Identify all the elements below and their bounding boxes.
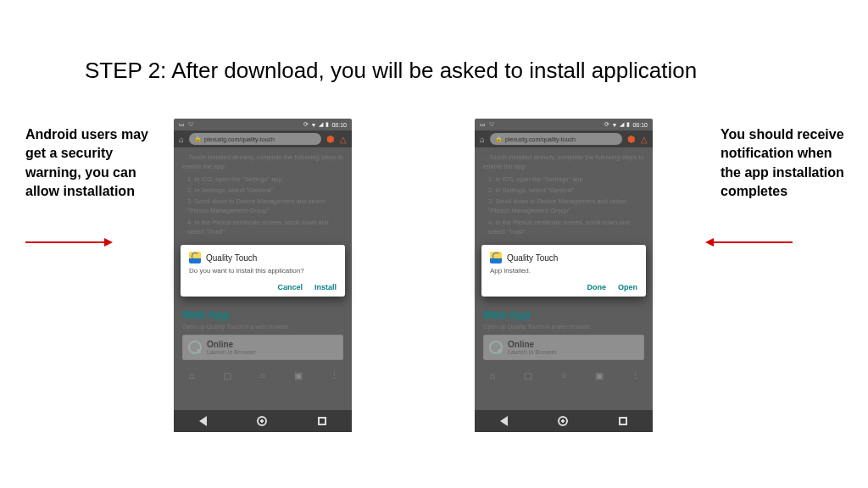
launch-label: Launch in Browser	[508, 349, 557, 355]
launch-label: Launch in Browser	[207, 349, 256, 355]
dialog-message: App installed.	[490, 267, 637, 274]
home-nav-icon[interactable]	[558, 416, 568, 426]
bottom-icon-row: ⌂ ▢ ○ ▣ ⋮	[174, 365, 352, 385]
wifi-icon: ▼	[311, 122, 317, 128]
web-app-section: Web App Open up Quality Touch in a web b…	[475, 308, 653, 360]
online-label: Online	[508, 340, 557, 349]
notification-icon: ▭	[480, 121, 486, 128]
heart-icon: ♡	[489, 121, 494, 128]
dialog-title: Quality Touch	[507, 253, 558, 263]
screenshot-install-complete: ▭ ♡ ⟳ ▼ ◢ ▮ 08:10 ⌂ 🔒 plexustg.com/quali…	[475, 119, 653, 432]
menu-icon[interactable]: ⋮	[328, 370, 340, 381]
home-outline-icon[interactable]: ⌂	[186, 370, 198, 380]
battery-icon: ▮	[326, 121, 329, 128]
app-icon	[490, 252, 502, 263]
signal-icon: ◢	[620, 121, 624, 128]
arrow-right-icon	[25, 241, 106, 243]
bottom-icon-row: ⌂ ▢ ○ ▣ ⋮	[475, 365, 653, 385]
lock-icon: 🔒	[495, 136, 503, 142]
shield-icon[interactable]: ⬢	[627, 134, 636, 145]
sync-icon: ⟳	[604, 121, 609, 128]
caption-right: You should receive notification when the…	[721, 125, 848, 202]
browser-toolbar: ⌂ 🔒 plexustg.com/quality-touch ⬢ △	[174, 130, 352, 147]
warning-icon[interactable]: △	[340, 135, 347, 144]
launch-browser-button[interactable]: Online Launch in Browser	[182, 335, 343, 360]
back-icon[interactable]	[500, 416, 508, 426]
launch-browser-button[interactable]: Online Launch in Browser	[483, 335, 644, 360]
tabs-icon[interactable]: ▣	[292, 370, 304, 381]
url-bar[interactable]: 🔒 plexustg.com/quality-touch	[189, 133, 321, 145]
shield-icon[interactable]: ⬢	[326, 134, 335, 145]
webapp-subtext: Open up Quality Touch in a web browser.	[483, 324, 644, 330]
warning-icon[interactable]: △	[641, 135, 648, 144]
webapp-heading: Web App	[483, 308, 644, 321]
background-lead-text: …Touch installed already, complete the f…	[182, 152, 343, 172]
done-button[interactable]: Done	[587, 283, 606, 291]
bookmark-icon[interactable]: ▢	[221, 370, 233, 381]
sync-icon: ⟳	[303, 121, 309, 128]
home-nav-icon[interactable]	[257, 416, 267, 426]
step-item: Scroll down to Device Management and sel…	[488, 197, 644, 216]
install-dialog: Quality Touch Do you want to install thi…	[181, 245, 345, 297]
step-item: In iOS, open the "Settings" app	[187, 175, 343, 184]
step-item: In Settings, select "General"	[488, 186, 644, 195]
search-icon[interactable]: ○	[257, 370, 269, 380]
webapp-heading: Web App	[182, 308, 343, 321]
url-text: plexustg.com/quality-touch	[505, 136, 576, 142]
home-outline-icon[interactable]: ⌂	[487, 370, 498, 380]
back-icon[interactable]	[199, 416, 207, 426]
cancel-button[interactable]: Cancel	[277, 283, 303, 291]
screenshot-install-prompt: ▭ ♡ ⟳ ▼ ◢ ▮ 08:10 ⌂ 🔒 plexustg.com/quali…	[174, 119, 352, 432]
battery-icon: ▮	[626, 121, 630, 128]
recents-icon[interactable]	[619, 417, 627, 425]
online-label: Online	[207, 340, 256, 349]
status-bar: ▭ ♡ ⟳ ▼ ◢ ▮ 08:10	[174, 119, 352, 130]
dialog-message: Do you want to install this application?	[189, 267, 337, 274]
url-bar[interactable]: 🔒 plexustg.com/quality-touch	[490, 133, 622, 145]
background-lead-text: …Touch installed already, complete the f…	[483, 152, 644, 172]
web-app-section: Web App Open up Quality Touch in a web b…	[174, 308, 352, 360]
installed-dialog: Quality Touch App installed. Done Open	[481, 245, 646, 297]
browser-toolbar: ⌂ 🔒 plexustg.com/quality-touch ⬢ △	[475, 130, 653, 147]
android-nav-bar	[475, 410, 653, 432]
home-icon[interactable]: ⌂	[480, 135, 485, 144]
open-button[interactable]: Open	[618, 283, 637, 291]
lock-icon: 🔒	[194, 136, 202, 142]
background-page-content: …Touch installed already, complete the f…	[475, 147, 653, 241]
clock-text: 08:10	[632, 122, 648, 128]
android-nav-bar	[174, 410, 352, 432]
online-logo-icon	[188, 341, 202, 354]
arrow-left-icon	[712, 241, 793, 243]
home-icon[interactable]: ⌂	[179, 135, 184, 144]
menu-icon[interactable]: ⋮	[629, 370, 641, 381]
url-text: plexustg.com/quality-touch	[204, 136, 275, 142]
clock-text: 08:10	[331, 122, 347, 128]
tabs-icon[interactable]: ▣	[593, 370, 605, 381]
status-bar: ▭ ♡ ⟳ ▼ ◢ ▮ 08:10	[475, 119, 653, 130]
recents-icon[interactable]	[318, 417, 326, 425]
wifi-icon: ▼	[612, 122, 618, 128]
signal-icon: ◢	[319, 121, 323, 128]
background-page-content: …Touch installed already, complete the f…	[174, 147, 352, 241]
dialog-title: Quality Touch	[206, 253, 257, 263]
step-item: Scroll down to Device Management and sel…	[187, 197, 343, 216]
heart-icon: ♡	[188, 121, 193, 128]
step-item: In the Plexus certificate screen, scroll…	[187, 218, 343, 237]
install-button[interactable]: Install	[314, 283, 337, 291]
online-logo-icon	[489, 341, 503, 354]
page-title: STEP 2: After download, you will be aske…	[85, 58, 697, 84]
app-icon	[189, 252, 201, 263]
step-item: In Settings, select "General"	[187, 186, 343, 195]
search-icon[interactable]: ○	[558, 370, 570, 380]
notification-icon: ▭	[179, 121, 185, 128]
bookmark-icon[interactable]: ▢	[522, 370, 534, 381]
webapp-subtext: Open up Quality Touch in a web browser.	[182, 324, 343, 330]
step-item: In iOS, open the "Settings" app	[488, 175, 644, 184]
step-item: In the Plexus certificate screen, scroll…	[488, 218, 644, 237]
caption-left: Android users may get a security warning…	[25, 125, 153, 202]
